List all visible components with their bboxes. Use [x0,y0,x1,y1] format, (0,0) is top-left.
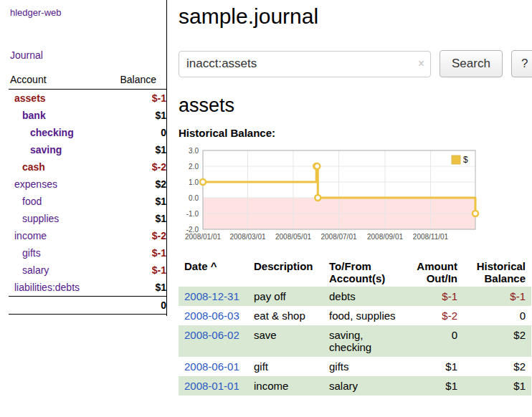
account-balance: $2 [103,176,166,193]
svg-text:1.0: 1.0 [189,178,199,186]
transaction-date-link[interactable]: 2008-06-03 [184,310,239,322]
cell-description: gift [248,357,323,376]
account-link[interactable]: income [14,230,47,241]
account-row: food$1 [9,193,166,210]
register-row: 2008-06-02savesaving, checking0$2 [179,325,531,357]
account-balance: $-1 [103,262,166,279]
account-heading: assets [179,95,532,117]
app-title-link[interactable]: hledger-web [10,7,166,18]
accounts-total-row: 0 [9,297,166,315]
svg-text:2008/03/01: 2008/03/01 [229,233,265,241]
account-link[interactable]: assets [14,92,46,104]
cell-description: pay off [248,287,323,306]
search-button[interactable]: Search [440,50,503,77]
register-row: 2008-01-01incomesalary$1$1 [179,376,531,396]
svg-text:2008/09/01: 2008/09/01 [367,233,403,241]
account-balance: $-1 [103,244,166,262]
register-row: 2008-12-31pay offdebts$-1$-1 [179,287,531,306]
account-row: assets$-1 [9,90,166,107]
account-balance: $-1 [103,90,166,107]
help-button[interactable]: ? [511,50,532,77]
account-balance: $1 [103,107,166,124]
transaction-date-link[interactable]: 2008-06-02 [184,329,239,341]
account-balance: $-2 [103,227,166,244]
cell-amount: $-2 [402,306,463,325]
account-link[interactable]: supplies [22,213,59,224]
cell-balance: 0 [463,306,531,325]
account-row: bank$1 [9,107,166,124]
cell-description: save [248,325,323,357]
cell-amount: 0 [402,325,463,357]
svg-text:2.0: 2.0 [189,163,199,171]
account-row: checking0 [9,124,166,141]
col-header-amount[interactable]: Amount Out/In [402,258,463,287]
col-header-date-label: Date [184,260,208,272]
cell-accounts: salary [323,376,402,396]
cell-amount: $1 [402,357,463,376]
account-link[interactable]: food [22,196,42,207]
cell-accounts: debts [323,287,402,306]
chart-title: Historical Balance: [179,127,532,139]
cell-amount: $-1 [402,287,463,306]
search-form: × Search ? [179,50,532,77]
cell-accounts: saving, checking [323,325,402,357]
account-link[interactable]: salary [22,264,49,276]
app: hledger-web Journal Account Balance asse… [0,0,532,413]
col-header-accounts[interactable]: To/From Account(s) [323,258,402,287]
account-link[interactable]: liabilities:debts [14,282,80,293]
account-balance: $1 [103,279,166,297]
sort-asc-icon: ^ [211,260,217,272]
svg-text:2008/11/01: 2008/11/01 [413,233,449,241]
account-balance: 0 [103,124,166,141]
register-row: 2008-06-01giftgifts$1$2 [179,357,531,376]
transaction-date-link[interactable]: 2008-06-01 [184,360,239,373]
account-row: supplies$1 [9,210,166,227]
cell-amount: $1 [402,376,463,396]
svg-text:$: $ [463,155,468,165]
accounts-table: Account Balance assets$-1bank$1checking0… [9,72,166,315]
accounts-total-spacer [9,297,103,315]
svg-text:2008/01/01: 2008/01/01 [185,233,221,241]
search-box: × [179,51,431,77]
col-header-date[interactable]: Date ^ [179,258,248,287]
register-table-body: 2008-12-31pay offdebts$-1$-12008-06-03ea… [179,287,531,396]
account-row: gifts$-1 [9,244,166,262]
col-header-description[interactable]: Description [248,258,323,287]
cell-balance: $1 [463,376,531,396]
account-link[interactable]: gifts [22,247,41,259]
account-row: salary$-1 [9,262,166,279]
search-input[interactable] [179,51,431,77]
account-link[interactable]: checking [30,127,74,138]
account-balance: $-2 [103,158,166,176]
cell-accounts: food, supplies [323,306,402,325]
account-balance: $1 [103,193,166,210]
account-row: income$-2 [9,227,166,244]
cell-description: income [248,376,323,396]
transaction-date-link[interactable]: 2008-01-01 [184,380,239,392]
account-balance: $1 [103,210,166,227]
main-content: sample.journal × Search ? assets Histori… [167,0,532,413]
account-link[interactable]: cash [22,161,45,173]
svg-text:-2.0: -2.0 [186,226,199,234]
svg-text:2008/07/01: 2008/07/01 [320,233,356,241]
cell-date: 2008-06-03 [179,306,248,325]
account-link[interactable]: saving [30,144,62,155]
svg-text:3.0: 3.0 [189,147,199,155]
cell-date: 2008-06-02 [179,325,248,357]
cell-balance: $2 [463,357,531,376]
register-row: 2008-06-03eat & shopfood, supplies$-20 [179,306,531,325]
account-row: saving$1 [9,141,166,158]
account-row: cash$-2 [9,158,166,176]
sidebar: hledger-web Journal Account Balance asse… [0,0,167,316]
accounts-header-account: Account [9,72,103,90]
account-link[interactable]: bank [22,110,46,121]
historical-balance-chart: 3.02.01.00.0-1.0-2.02008/01/012008/03/01… [179,145,483,246]
clear-search-icon[interactable]: × [418,58,424,70]
col-header-balance[interactable]: Historical Balance [463,258,531,287]
cell-date: 2008-06-01 [179,357,248,376]
sidebar-item-journal[interactable]: Journal [10,49,166,61]
account-link[interactable]: expenses [14,178,57,190]
cell-balance: $-1 [463,287,531,306]
register-table: Date ^ Description To/From Account(s) Am… [179,258,531,396]
transaction-date-link[interactable]: 2008-12-31 [184,290,239,302]
